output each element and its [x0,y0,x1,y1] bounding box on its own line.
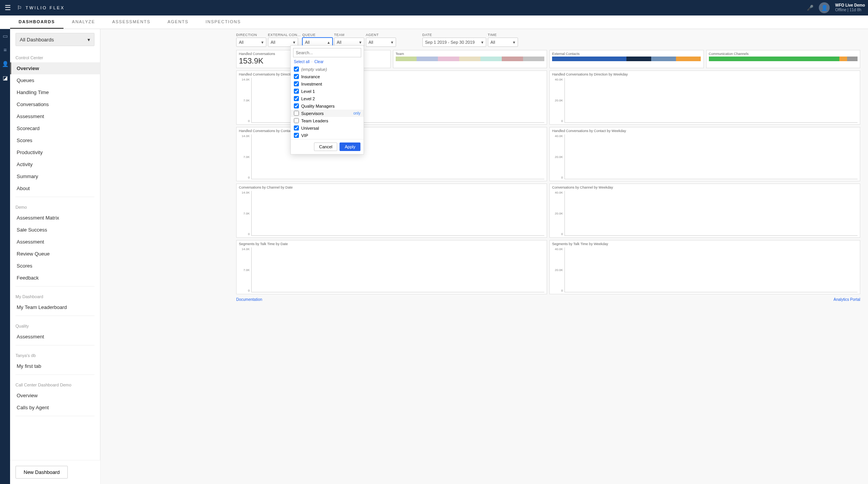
queue-checkbox-9[interactable] [294,133,299,138]
chevron-icon: ▾ [293,40,295,45]
nav-item-handling-time[interactable]: Handling Time [10,86,100,98]
nav-section-5: Call Center Dashboard Demo [10,377,100,390]
queue-checkbox-7[interactable] [294,118,299,123]
filter-bar: DIRECTIONAll▾EXTERNAL CON...All▾QUEUEAll… [101,33,868,48]
nav-item-assessment[interactable]: Assessment [10,331,100,343]
filter-agent[interactable]: All▾ [366,38,396,47]
brand-logo-icon: ⚐ [17,5,23,11]
nav-item-feedback[interactable]: Feedback [10,272,100,284]
queue-option-0[interactable]: (empty value) [291,65,364,73]
queue-checkbox-1[interactable] [294,74,299,79]
nav-item-overview[interactable]: Overview [10,62,100,74]
nav-item-about[interactable]: About [10,182,100,194]
nav-section-2: My Dashboard [10,289,100,301]
queue-checkbox-5[interactable] [294,103,299,108]
rail-dashboard-icon[interactable]: ▭ [3,33,8,39]
clear-link[interactable]: Clear [314,60,324,64]
chart-2: Handled Conversations by Contact by Date… [236,127,547,181]
new-dashboard-button[interactable]: New Dashboard [15,466,68,479]
queue-checkbox-6[interactable] [294,111,299,116]
nav-section-4: Tanya's db [10,348,100,360]
nav-item-conversations[interactable]: Conversations [10,98,100,110]
rail-stack-icon[interactable]: ≡ [3,47,7,53]
queue-checkbox-4[interactable] [294,96,299,101]
chevron-icon: ▾ [261,40,264,45]
nav-item-scores[interactable]: Scores [10,260,100,272]
documentation-link[interactable]: Documentation [236,297,262,302]
nav-section-0: Control Center [10,50,100,62]
tab-assessments[interactable]: ASSESSMENTS [104,15,159,29]
chevron-icon: ▴ [328,40,330,45]
tab-dashboards[interactable]: DASHBOARDS [10,15,63,29]
filter-label-0: DIRECTION [236,33,266,37]
only-link[interactable]: only [353,111,360,115]
queue-dropdown-panel: Select all · Clear (empty value)Insuranc… [290,45,364,154]
brand: ⚐ TWILIO FLEX [17,5,65,11]
tab-inspections[interactable]: INSPECTIONS [197,15,249,29]
nav-item-assessment[interactable]: Assessment [10,110,100,122]
tab-agents[interactable]: AGENTS [159,15,197,29]
nav-item-summary[interactable]: Summary [10,170,100,182]
filter-direction[interactable]: All▾ [236,38,266,47]
chart-5: Conversations by Channel by Weekday40.0K… [549,184,860,238]
chart-3: Handled Conversations by Contact by Week… [549,127,860,181]
nav-item-scorecard[interactable]: Scorecard [10,122,100,134]
select-all-link[interactable]: Select all [294,60,310,64]
nav-item-scores[interactable]: Scores [10,134,100,146]
queue-checkbox-8[interactable] [294,125,299,130]
queue-option-3[interactable]: Level 1 [291,88,364,95]
apply-button[interactable]: Apply [340,142,360,151]
brand-text: TWILIO FLEX [26,5,65,10]
nav-item-my-team-leaderboard[interactable]: My Team Leaderboard [10,301,100,313]
dashboard-selector[interactable]: All Dashboards ▾ [15,33,94,46]
queue-option-1[interactable]: Insurance [291,73,364,80]
kpi-tile-2: External Contacts [549,50,704,68]
queue-checkbox-0[interactable] [294,67,299,72]
filter-time[interactable]: All▾ [488,38,518,47]
dashboard-selector-label: All Dashboards [20,37,54,43]
filter-label-1: EXTERNAL CON... [268,33,301,37]
queue-checkbox-2[interactable] [294,81,299,86]
nav-item-my-first-tab[interactable]: My first tab [10,360,100,372]
nav-column: All Dashboards ▾ Control CenterOverviewQ… [10,29,101,484]
nav-item-assessment[interactable]: Assessment [10,236,100,248]
filter-label-6: TIME [488,33,518,37]
nav-item-activity[interactable]: Activity [10,158,100,170]
chevron-icon: ▾ [513,40,515,45]
analytics-portal-link[interactable]: Analytics Portal [834,297,860,302]
mic-icon[interactable]: 🎤 [807,5,813,11]
nav-item-queues[interactable]: Queues [10,74,100,86]
queue-checkbox-3[interactable] [294,89,299,94]
queue-option-2[interactable]: Investment [291,80,364,88]
queue-option-7[interactable]: Team Leaders [291,117,364,124]
queue-option-5[interactable]: Quality Managers [291,102,364,110]
chevron-icon: ▾ [391,40,393,45]
topbar: ☰ ⚐ TWILIO FLEX 🎤 👤 WFO Live Demo Offlin… [0,0,868,15]
nav-section-1: Demo [10,199,100,212]
queue-option-4[interactable]: Level 2 [291,95,364,102]
nav-item-assessment-matrix[interactable]: Assessment Matrix [10,212,100,224]
nav-item-calls-by-agent[interactable]: Calls by Agent [10,402,100,414]
chart-7: Segments by Talk Time by Weekday40.0K20.… [549,240,860,294]
filter-date[interactable]: Sep 1 2019 - Sep 30 2019▾ [422,38,486,47]
nav-item-productivity[interactable]: Productivity [10,146,100,158]
avatar[interactable]: 👤 [819,2,830,13]
filter-label-2: QUEUE [302,33,333,37]
tab-analyze[interactable]: ANALYZE [63,15,104,29]
nav-item-overview[interactable]: Overview [10,390,100,402]
nav-item-review-queue[interactable]: Review Queue [10,248,100,260]
queue-option-6[interactable]: Supervisorsonly [291,110,364,117]
queue-search-input[interactable] [293,48,361,57]
filter-label-5: DATE [422,33,486,37]
nav-item-sale-success[interactable]: Sale Success [10,224,100,236]
rail-analytics-icon[interactable]: ◪ [3,75,8,81]
chevron-icon: ▾ [359,40,362,45]
cancel-button[interactable]: Cancel [314,142,337,151]
filter-label-4: AGENT [366,33,396,37]
user-status: Offline | 11d 8h [835,8,865,12]
rail-user-icon[interactable]: 👤 [2,61,9,67]
kpi-tile-3: Communication Channels [706,50,861,68]
queue-option-9[interactable]: VIP [291,132,364,139]
queue-option-8[interactable]: Universal [291,124,364,132]
hamburger-icon[interactable]: ☰ [3,3,12,12]
